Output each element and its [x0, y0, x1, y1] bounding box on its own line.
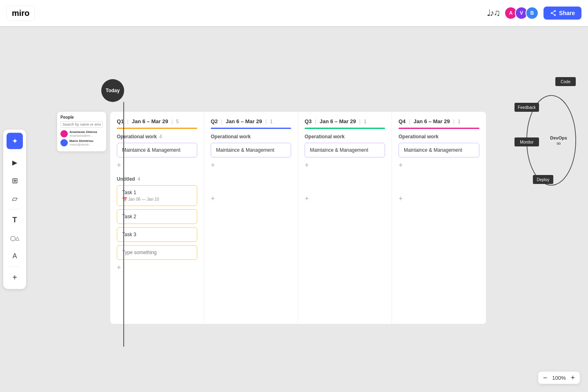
- person-name-2: Mario Dimitriou: [69, 139, 94, 143]
- person-avatar-2: [60, 139, 68, 146]
- card-text-maintenance-q1: Maintaince & Management: [122, 147, 180, 153]
- card-task3-text: Task 3: [122, 232, 136, 237]
- col-header-q3: Q3 | Jan 6 – Mar 29 | 1: [305, 118, 385, 124]
- sparkle-tool-button[interactable]: ✦: [7, 133, 23, 149]
- person-email-1: anastasia@ee...: [69, 134, 97, 137]
- note-tool-button[interactable]: ▱: [7, 190, 23, 206]
- text-icon: T: [13, 216, 17, 224]
- card-task1-q1[interactable]: Task 1 📅 Jan 06 — Jan 10: [117, 185, 197, 206]
- share-icon: [550, 10, 557, 16]
- today-line: [123, 102, 124, 347]
- toolbar-divider-3: [8, 266, 21, 267]
- new-task-input-q1[interactable]: [117, 245, 197, 260]
- shapes-icon: ◯△: [10, 235, 19, 241]
- cursor-icon: ▶: [12, 159, 17, 166]
- person-row-2: Mario Dimitriou mario@dimitr...: [60, 139, 103, 146]
- devops-svg: Code Feedback Monitor Deploy DevOps ∞: [514, 75, 580, 206]
- person-avatar-1: [60, 130, 68, 137]
- svg-point-1: [554, 10, 556, 12]
- col-divider-q4: [399, 128, 479, 129]
- col-date-q2: Jan 6 – Mar 29: [226, 118, 262, 124]
- today-label: Today: [106, 88, 120, 93]
- text-tool-button[interactable]: T: [7, 212, 23, 228]
- card-maintenance-q2[interactable]: Maintaince & Management: [211, 143, 291, 157]
- col-divider-q2: [211, 128, 291, 129]
- zoom-out-icon: −: [543, 374, 548, 382]
- kanban-board: Q1 | Jan 6 – Mar 29 | 5 Operational work…: [110, 112, 486, 324]
- zoom-level: 100%: [552, 375, 566, 381]
- zoom-in-icon: +: [570, 374, 575, 382]
- card-text-maintenance-q2: Maintaince & Management: [216, 147, 274, 153]
- card-task1-date: 📅 Jan 06 — Jan 10: [122, 197, 192, 202]
- svg-text:Code: Code: [561, 80, 570, 84]
- col-date-q3: Jan 6 – Mar 29: [320, 118, 356, 124]
- font-tool-button[interactable]: A: [7, 248, 23, 264]
- col-header-q2: Q2 | Jan 6 – Mar 29 | 1: [211, 118, 291, 124]
- card-maintenance-q1[interactable]: Maintaince & Management: [117, 143, 197, 157]
- svg-text:Monitor: Monitor: [520, 140, 534, 144]
- col-date-q4: Jan 6 – Mar 29: [414, 118, 450, 124]
- kanban-col-q2: Q2 | Jan 6 – Mar 29 | 1 Operational work…: [204, 112, 298, 324]
- col-divider-q3: [305, 128, 385, 129]
- add-card-btn-q4-untitled[interactable]: +: [399, 194, 403, 203]
- add-card-btn-q4-op[interactable]: +: [399, 161, 403, 170]
- section-title-operational-q4: Operational work: [399, 134, 479, 140]
- people-panel-title: People: [60, 115, 103, 120]
- zoom-out-button[interactable]: −: [543, 374, 548, 381]
- share-label: Share: [559, 10, 575, 16]
- svg-line-3: [552, 11, 554, 13]
- add-card-btn-q3-op[interactable]: +: [305, 161, 309, 170]
- font-icon: A: [13, 252, 17, 259]
- sparkle-icon: ✦: [12, 136, 18, 145]
- note-icon: ▱: [12, 194, 18, 203]
- today-marker: Today: [101, 79, 124, 347]
- logo: miro: [7, 6, 35, 21]
- person-row-1: Anastasia Obinna anastasia@ee...: [60, 130, 103, 137]
- today-circle: Today: [101, 79, 124, 102]
- col-divider-q1: [117, 128, 197, 129]
- svg-line-4: [552, 13, 554, 15]
- add-card-btn-q2-op[interactable]: +: [211, 161, 215, 170]
- kanban-col-q1: Q1 | Jan 6 – Mar 29 | 5 Operational work…: [110, 112, 204, 324]
- card-maintenance-q4[interactable]: Maintaince & Management: [399, 143, 479, 157]
- col-title-q3: Q3: [305, 118, 312, 124]
- col-header-q1: Q1 | Jan 6 – Mar 29 | 5: [117, 118, 197, 124]
- shapes-tool-button[interactable]: ◯△: [7, 230, 23, 246]
- people-panel: People Anastasia Obinna anastasia@ee... …: [57, 112, 106, 151]
- cursor-tool-button[interactable]: ▶: [7, 154, 23, 171]
- svg-text:Deploy: Deploy: [537, 177, 549, 182]
- add-card-btn-q3-untitled[interactable]: +: [305, 194, 309, 203]
- svg-point-0: [551, 12, 552, 14]
- card-task2-text: Task 2: [122, 214, 136, 219]
- section-untitled-q1: Untitled 4 Task 1 📅 Jan 06 — Jan 10 Task…: [117, 176, 197, 272]
- kanban-col-q4: Q4 | Jan 6 – Mar 29 | 1 Operational work…: [392, 112, 486, 324]
- col-count-q1: 5: [176, 119, 179, 124]
- svg-point-2: [554, 14, 556, 16]
- col-count-q3: 1: [364, 119, 367, 124]
- share-button[interactable]: Share: [543, 7, 581, 20]
- person-name-1: Anastasia Obinna: [69, 130, 97, 134]
- toolbar: ✦ ▶ ⊞ ▱ T ◯△ A +: [3, 129, 26, 289]
- svg-text:∞: ∞: [557, 140, 561, 146]
- card-maintenance-q3[interactable]: Maintaince & Management: [305, 143, 385, 157]
- devops-diagram: Code Feedback Monitor Deploy DevOps ∞: [514, 75, 580, 207]
- card-text-maintenance-q3: Maintaince & Management: [310, 147, 368, 153]
- kanban-col-q3: Q3 | Jan 6 – Mar 29 | 1 Operational work…: [298, 112, 392, 324]
- add-tool-button[interactable]: +: [7, 269, 23, 286]
- people-search-input[interactable]: [60, 121, 103, 128]
- card-task3-q1[interactable]: Task 3: [117, 227, 197, 242]
- table-tool-button[interactable]: ⊞: [7, 172, 23, 188]
- card-task2-q1[interactable]: Task 2: [117, 209, 197, 224]
- logo-text: miro: [12, 9, 29, 18]
- svg-text:Feedback: Feedback: [518, 105, 536, 110]
- col-count-q2: 1: [270, 119, 273, 124]
- add-icon: +: [12, 273, 17, 282]
- zoom-in-button[interactable]: +: [570, 374, 575, 381]
- add-card-btn-q2-untitled[interactable]: +: [211, 194, 215, 203]
- card-task1-text: Task 1: [122, 190, 192, 195]
- music-icon: ♩♪♫: [487, 8, 500, 18]
- header-right: ♩♪♫ A V B Share: [487, 7, 581, 20]
- avatar-3: B: [526, 7, 539, 20]
- toolbar-divider-1: [8, 151, 21, 152]
- col-title-q4: Q4: [399, 118, 405, 124]
